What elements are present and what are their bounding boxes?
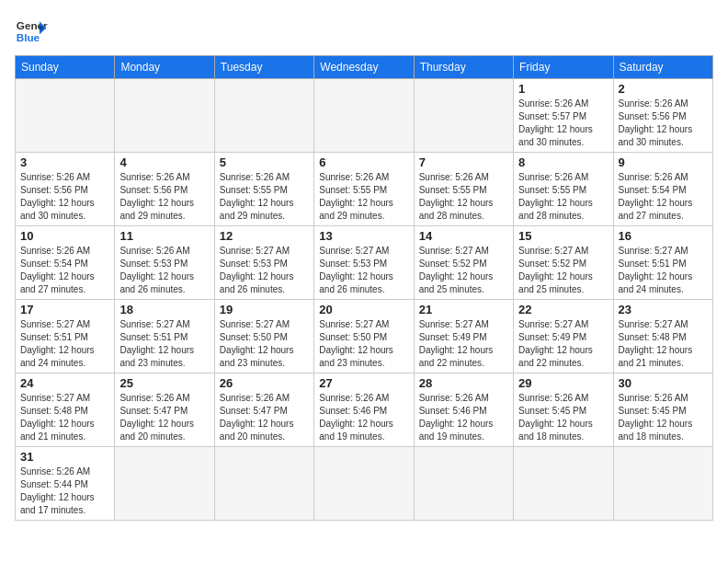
calendar-week-3: 10Sunrise: 5:26 AM Sunset: 5:54 PM Dayli… [16,226,713,300]
weekday-header-monday: Monday [115,56,214,79]
day-number: 30 [619,376,708,390]
day-number: 31 [20,450,109,464]
calendar-cell: 23Sunrise: 5:27 AM Sunset: 5:48 PM Dayli… [613,300,712,373]
calendar-week-2: 3Sunrise: 5:26 AM Sunset: 5:56 PM Daylig… [16,153,713,226]
day-info: Sunrise: 5:27 AM Sunset: 5:49 PM Dayligh… [518,318,608,370]
day-info: Sunrise: 5:27 AM Sunset: 5:49 PM Dayligh… [419,318,508,370]
calendar-cell [514,447,613,521]
calendar-week-6: 31Sunrise: 5:26 AM Sunset: 5:44 PM Dayli… [16,447,713,521]
calendar-cell: 3Sunrise: 5:26 AM Sunset: 5:56 PM Daylig… [16,153,115,226]
day-number: 15 [518,229,608,243]
calendar-cell: 1Sunrise: 5:26 AM Sunset: 5:57 PM Daylig… [514,79,613,153]
day-number: 13 [319,229,408,243]
day-info: Sunrise: 5:27 AM Sunset: 5:50 PM Dayligh… [319,318,408,370]
day-info: Sunrise: 5:27 AM Sunset: 5:52 PM Dayligh… [419,245,508,296]
day-info: Sunrise: 5:26 AM Sunset: 5:55 PM Dayligh… [220,171,309,223]
generalblue-logo-icon: General Blue [15,15,48,48]
day-number: 7 [419,155,508,169]
weekday-header-friday: Friday [514,56,613,79]
day-number: 16 [619,229,708,243]
day-info: Sunrise: 5:26 AM Sunset: 5:45 PM Dayligh… [619,392,708,443]
calendar-cell: 9Sunrise: 5:26 AM Sunset: 5:54 PM Daylig… [613,153,712,226]
calendar-cell [414,79,513,153]
day-info: Sunrise: 5:26 AM Sunset: 5:46 PM Dayligh… [419,392,508,443]
day-number: 6 [319,155,408,169]
svg-text:Blue: Blue [17,31,40,43]
calendar-cell: 26Sunrise: 5:26 AM Sunset: 5:47 PM Dayli… [214,373,313,447]
calendar-cell: 24Sunrise: 5:27 AM Sunset: 5:48 PM Dayli… [16,373,115,447]
day-info: Sunrise: 5:26 AM Sunset: 5:53 PM Dayligh… [119,245,209,296]
day-number: 9 [619,155,708,169]
day-info: Sunrise: 5:27 AM Sunset: 5:53 PM Dayligh… [220,245,309,296]
day-info: Sunrise: 5:27 AM Sunset: 5:51 PM Dayligh… [619,245,708,296]
day-number: 12 [220,229,309,243]
day-info: Sunrise: 5:26 AM Sunset: 5:46 PM Dayligh… [319,392,408,443]
calendar-cell: 7Sunrise: 5:26 AM Sunset: 5:55 PM Daylig… [414,153,513,226]
calendar-cell: 28Sunrise: 5:26 AM Sunset: 5:46 PM Dayli… [414,373,513,447]
calendar-cell: 20Sunrise: 5:27 AM Sunset: 5:50 PM Dayli… [314,300,414,373]
day-info: Sunrise: 5:27 AM Sunset: 5:53 PM Dayligh… [319,245,408,296]
day-number: 20 [319,303,408,316]
day-number: 21 [419,303,508,316]
weekday-header-wednesday: Wednesday [314,56,414,79]
calendar-week-5: 24Sunrise: 5:27 AM Sunset: 5:48 PM Dayli… [16,373,713,447]
day-number: 18 [119,303,209,316]
day-info: Sunrise: 5:27 AM Sunset: 5:51 PM Dayligh… [20,318,109,370]
weekday-header-sunday: Sunday [16,56,115,79]
calendar-cell: 10Sunrise: 5:26 AM Sunset: 5:54 PM Dayli… [16,226,115,300]
day-number: 24 [20,376,109,390]
day-info: Sunrise: 5:27 AM Sunset: 5:48 PM Dayligh… [619,318,708,370]
calendar-cell [214,79,313,153]
day-number: 1 [518,82,608,96]
calendar-cell [314,447,414,521]
day-number: 23 [619,303,708,316]
day-number: 14 [419,229,508,243]
day-info: Sunrise: 5:27 AM Sunset: 5:52 PM Dayligh… [518,245,608,296]
day-info: Sunrise: 5:26 AM Sunset: 5:44 PM Dayligh… [20,465,109,517]
calendar-cell: 21Sunrise: 5:27 AM Sunset: 5:49 PM Dayli… [414,300,513,373]
calendar-table: SundayMondayTuesdayWednesdayThursdayFrid… [15,55,713,521]
calendar-cell: 14Sunrise: 5:27 AM Sunset: 5:52 PM Dayli… [414,226,513,300]
calendar-header-row: SundayMondayTuesdayWednesdayThursdayFrid… [16,56,713,79]
calendar-cell: 18Sunrise: 5:27 AM Sunset: 5:51 PM Dayli… [115,300,214,373]
header: General Blue [15,15,713,48]
calendar-cell [115,79,214,153]
day-number: 29 [518,376,608,390]
day-info: Sunrise: 5:26 AM Sunset: 5:47 PM Dayligh… [220,392,309,443]
calendar-cell: 11Sunrise: 5:26 AM Sunset: 5:53 PM Dayli… [115,226,214,300]
day-info: Sunrise: 5:26 AM Sunset: 5:57 PM Dayligh… [518,98,608,149]
day-info: Sunrise: 5:26 AM Sunset: 5:45 PM Dayligh… [518,392,608,443]
calendar-cell: 27Sunrise: 5:26 AM Sunset: 5:46 PM Dayli… [314,373,414,447]
day-info: Sunrise: 5:27 AM Sunset: 5:51 PM Dayligh… [119,318,209,370]
day-info: Sunrise: 5:26 AM Sunset: 5:54 PM Dayligh… [20,245,109,296]
calendar-cell: 6Sunrise: 5:26 AM Sunset: 5:55 PM Daylig… [314,153,414,226]
calendar-cell [16,79,115,153]
calendar-cell: 22Sunrise: 5:27 AM Sunset: 5:49 PM Dayli… [514,300,613,373]
day-info: Sunrise: 5:26 AM Sunset: 5:55 PM Dayligh… [419,171,508,223]
calendar-cell [115,447,214,521]
weekday-header-thursday: Thursday [414,56,513,79]
day-info: Sunrise: 5:26 AM Sunset: 5:55 PM Dayligh… [319,171,408,223]
day-info: Sunrise: 5:26 AM Sunset: 5:54 PM Dayligh… [619,171,708,223]
day-info: Sunrise: 5:26 AM Sunset: 5:55 PM Dayligh… [518,171,608,223]
calendar-cell: 19Sunrise: 5:27 AM Sunset: 5:50 PM Dayli… [214,300,313,373]
calendar-cell: 5Sunrise: 5:26 AM Sunset: 5:55 PM Daylig… [214,153,313,226]
day-number: 27 [319,376,408,390]
calendar-cell: 12Sunrise: 5:27 AM Sunset: 5:53 PM Dayli… [214,226,313,300]
day-number: 8 [518,155,608,169]
logo: General Blue [15,15,48,48]
day-number: 22 [518,303,608,316]
day-info: Sunrise: 5:26 AM Sunset: 5:56 PM Dayligh… [119,171,209,223]
calendar-cell [613,447,712,521]
day-number: 10 [20,229,109,243]
day-number: 17 [20,303,109,316]
day-info: Sunrise: 5:27 AM Sunset: 5:50 PM Dayligh… [220,318,309,370]
weekday-header-saturday: Saturday [613,56,712,79]
day-number: 26 [220,376,309,390]
calendar-cell: 13Sunrise: 5:27 AM Sunset: 5:53 PM Dayli… [314,226,414,300]
calendar-cell: 8Sunrise: 5:26 AM Sunset: 5:55 PM Daylig… [514,153,613,226]
calendar-cell: 30Sunrise: 5:26 AM Sunset: 5:45 PM Dayli… [613,373,712,447]
day-number: 11 [119,229,209,243]
day-info: Sunrise: 5:26 AM Sunset: 5:56 PM Dayligh… [619,98,708,149]
calendar-cell: 15Sunrise: 5:27 AM Sunset: 5:52 PM Dayli… [514,226,613,300]
